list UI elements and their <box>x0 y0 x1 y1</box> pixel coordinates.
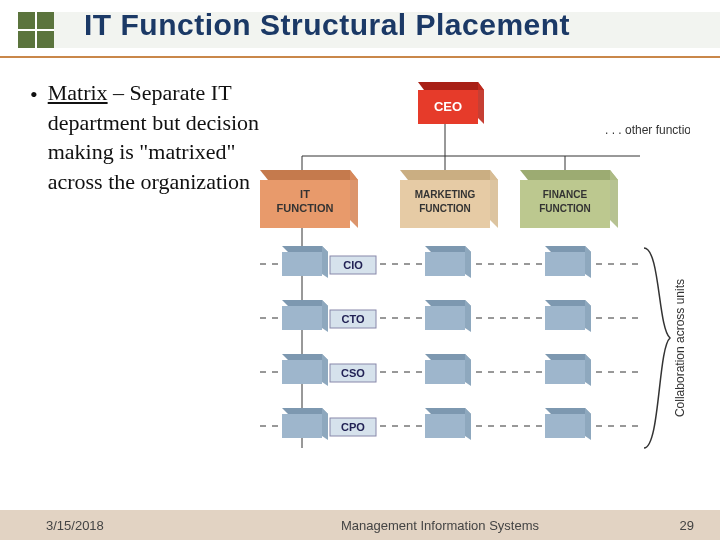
footer-course: Management Information Systems <box>226 518 654 533</box>
svg-marker-14 <box>490 170 498 228</box>
svg-rect-31 <box>425 252 465 276</box>
svg-marker-29 <box>425 246 471 252</box>
svg-rect-60 <box>282 414 322 438</box>
svg-marker-65 <box>545 408 591 414</box>
label-ceo: CEO <box>434 99 462 114</box>
svg-marker-19 <box>610 170 618 228</box>
svg-rect-49 <box>282 360 322 384</box>
svg-marker-36 <box>282 300 328 306</box>
label-collab: Collaboration across units <box>673 279 687 417</box>
row-cso: CSO <box>260 354 638 386</box>
label-role: CTO <box>341 313 364 325</box>
svg-marker-18 <box>520 170 618 180</box>
svg-marker-13 <box>400 170 498 180</box>
diagram-svg: . . . other functions CEO IT FUNCTION <box>260 78 690 468</box>
svg-marker-59 <box>322 408 328 440</box>
svg-rect-45 <box>545 306 585 330</box>
slide-body: • Matrix – Separate IT department but de… <box>30 78 690 468</box>
svg-marker-43 <box>545 300 591 306</box>
svg-text:FUNCTION: FUNCTION <box>277 202 334 214</box>
title-band: IT Function Structural Placement <box>0 0 720 58</box>
slide-footer: 3/15/2018 Management Information Systems… <box>0 510 720 540</box>
box-it-function: IT FUNCTION <box>260 170 358 228</box>
svg-marker-62 <box>425 408 471 414</box>
brace-icon <box>644 248 670 448</box>
label-role: CSO <box>341 367 365 379</box>
bullet-content: Matrix – Separate IT department but deci… <box>48 78 260 197</box>
footer-page: 29 <box>654 518 694 533</box>
footer-date: 3/15/2018 <box>46 518 226 533</box>
label-role: CPO <box>341 421 365 433</box>
svg-marker-5 <box>418 82 484 90</box>
svg-marker-32 <box>545 246 591 252</box>
svg-text:MARKETING: MARKETING <box>415 189 476 200</box>
svg-rect-34 <box>545 252 585 276</box>
svg-marker-25 <box>282 246 328 252</box>
svg-marker-26 <box>322 246 328 278</box>
svg-marker-66 <box>585 408 591 440</box>
svg-marker-52 <box>465 354 471 386</box>
svg-text:FINANCE: FINANCE <box>543 189 588 200</box>
svg-marker-8 <box>260 170 358 180</box>
svg-marker-30 <box>465 246 471 278</box>
svg-marker-37 <box>322 300 328 332</box>
svg-marker-41 <box>465 300 471 332</box>
box-marketing-function: MARKETING FUNCTION <box>400 170 498 228</box>
svg-marker-58 <box>282 408 328 414</box>
svg-rect-67 <box>545 414 585 438</box>
svg-rect-53 <box>425 360 465 384</box>
svg-marker-9 <box>350 170 358 228</box>
slide-title: IT Function Structural Placement <box>84 8 570 42</box>
svg-marker-55 <box>585 354 591 386</box>
bullet-text: • Matrix – Separate IT department but de… <box>30 78 260 468</box>
svg-marker-44 <box>585 300 591 332</box>
svg-rect-56 <box>545 360 585 384</box>
svg-marker-54 <box>545 354 591 360</box>
svg-rect-42 <box>425 306 465 330</box>
title-corner-accent <box>18 12 54 48</box>
row-cpo: CPO <box>260 408 638 440</box>
svg-text:FUNCTION: FUNCTION <box>419 203 471 214</box>
label-other: . . . other functions <box>605 123 690 137</box>
box-ceo: CEO <box>418 82 484 124</box>
bullet-dash: – <box>108 80 130 105</box>
box-finance-function: FINANCE FUNCTION <box>520 170 618 228</box>
bullet-lead: Matrix <box>48 80 108 105</box>
svg-marker-48 <box>322 354 328 386</box>
svg-marker-33 <box>585 246 591 278</box>
svg-text:FUNCTION: FUNCTION <box>539 203 591 214</box>
svg-text:IT: IT <box>300 188 310 200</box>
svg-marker-63 <box>465 408 471 440</box>
bullet-icon: • <box>30 80 38 197</box>
svg-rect-64 <box>425 414 465 438</box>
svg-rect-38 <box>282 306 322 330</box>
label-role: CIO <box>343 259 363 271</box>
svg-marker-40 <box>425 300 471 306</box>
row-cto: CTO <box>260 300 638 332</box>
org-diagram: . . . other functions CEO IT FUNCTION <box>260 78 690 468</box>
row-cio: CIO <box>260 246 638 278</box>
svg-marker-47 <box>282 354 328 360</box>
svg-rect-27 <box>282 252 322 276</box>
svg-marker-6 <box>478 82 484 124</box>
svg-marker-51 <box>425 354 471 360</box>
